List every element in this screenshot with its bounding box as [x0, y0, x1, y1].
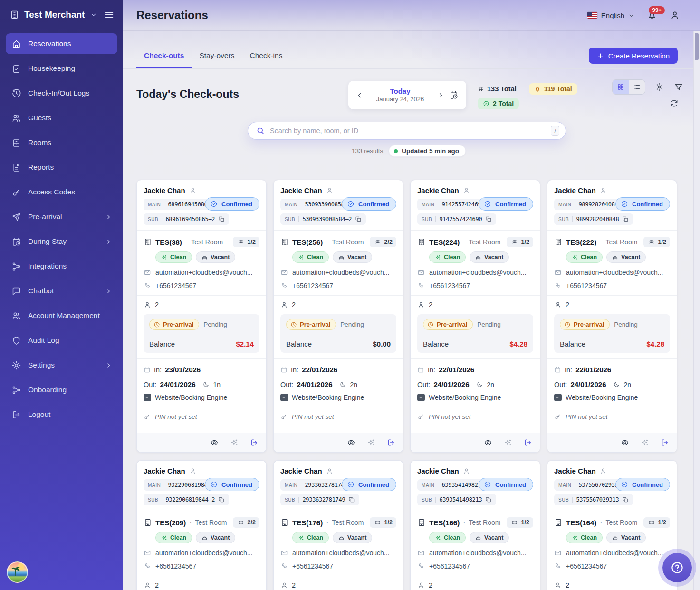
copy-icon[interactable]: [355, 216, 362, 222]
sidebar-item-guests[interactable]: Guests: [6, 107, 117, 128]
next-day-button[interactable]: [437, 92, 444, 99]
tab-bar: Check-outs Stay-overs Check-ins Create R…: [123, 31, 700, 69]
divider: [572, 216, 573, 222]
check-circle-icon: [484, 200, 491, 208]
tab-check-ins[interactable]: Check-ins: [242, 51, 290, 68]
bed-icon: [201, 535, 208, 541]
reservation-card[interactable]: Jackie Chan MAIN 9322906819844 Confirmed…: [136, 460, 267, 590]
sidebar-item-onboarding[interactable]: Onboarding: [6, 379, 117, 400]
divider: [438, 482, 438, 488]
view-details-icon[interactable]: [347, 438, 355, 447]
grid-view-button[interactable]: [613, 80, 629, 94]
check-out-action-icon[interactable]: [250, 438, 259, 447]
sidebar-item-settings[interactable]: Settings: [6, 355, 117, 376]
sparkles-icon[interactable]: [367, 438, 375, 447]
clean-status-pill: Clean: [566, 251, 603, 263]
previous-day-button[interactable]: [356, 92, 363, 99]
tab-check-outs[interactable]: Check-outs: [136, 51, 192, 68]
copy-icon[interactable]: [622, 216, 629, 222]
home-icon: [11, 39, 21, 49]
island-avatar[interactable]: [7, 561, 28, 583]
guest-phone: +6561234567: [155, 562, 196, 570]
filter-icon[interactable]: [674, 82, 683, 92]
date-display[interactable]: Today January 24, 2026: [363, 87, 437, 104]
view-details-icon[interactable]: [621, 438, 629, 447]
scrollbar-thumb[interactable]: [695, 33, 699, 60]
sidebar-item-access-codes[interactable]: Access Codes: [6, 182, 117, 203]
status-badge: Confirmed: [205, 197, 259, 211]
tab-stay-overs[interactable]: Stay-overs: [192, 51, 242, 68]
calendar-picker-icon[interactable]: [449, 90, 459, 100]
main-id-pill: MAIN 9322906819844: [144, 479, 215, 491]
view-details-icon[interactable]: [210, 438, 219, 447]
language-selector[interactable]: English: [587, 11, 634, 19]
copy-icon[interactable]: [622, 496, 629, 503]
search-input[interactable]: [270, 127, 546, 135]
copy-icon[interactable]: [218, 496, 225, 503]
bed-icon: [475, 254, 481, 261]
check-out-action-icon[interactable]: [661, 438, 669, 447]
divider: [149, 335, 254, 335]
sidebar-item-reservations[interactable]: Reservations: [6, 33, 117, 54]
merchant-switcher[interactable]: Test Merchant: [0, 0, 123, 27]
divider: [411, 295, 540, 296]
clock-icon: [153, 321, 160, 328]
refresh-icon[interactable]: [670, 99, 679, 108]
sidebar-item-rooms[interactable]: Rooms: [6, 132, 117, 153]
list-view-button[interactable]: [629, 80, 645, 94]
person-icon: [144, 301, 151, 309]
copy-icon[interactable]: [485, 216, 492, 222]
card-header: Jackie Chan MAIN 9322906819844 Confirmed…: [137, 461, 266, 511]
sparkles-icon[interactable]: [230, 438, 239, 447]
sidebar-item-reports[interactable]: Reports: [6, 157, 117, 178]
reservation-card[interactable]: Jackie Chan MAIN 6896169450865 Confirmed…: [136, 180, 267, 453]
card-header: Jackie Chan MAIN 9899282040848 Confirmed…: [547, 180, 677, 231]
settings-gear-icon[interactable]: [655, 82, 664, 92]
check-out-action-icon[interactable]: [387, 438, 395, 447]
main-reservation-id: 5309339008584: [305, 201, 347, 208]
sidebar-item-integrations[interactable]: Integrations: [6, 256, 117, 277]
help-button[interactable]: [662, 553, 692, 582]
sidebar-item-logout[interactable]: Logout: [6, 404, 117, 425]
reservation-card[interactable]: Jackie Chan MAIN 5309339008584 Confirmed…: [273, 180, 403, 453]
view-details-icon[interactable]: [484, 438, 492, 447]
sparkles-icon[interactable]: [641, 438, 649, 447]
status-badge: Confirmed: [205, 478, 259, 491]
copy-icon[interactable]: [485, 496, 492, 503]
clean-status-pill: Clean: [566, 532, 603, 543]
source-icon: [144, 394, 151, 401]
sidebar-item-audit-log[interactable]: Audit Log: [6, 330, 117, 351]
check-circle-icon: [347, 481, 355, 488]
copy-icon[interactable]: [218, 216, 225, 222]
notifications-button[interactable]: 99+: [647, 10, 657, 20]
status-badge: Confirmed: [479, 478, 533, 491]
sub-id-pill: SUB 9322906819844–2: [144, 494, 229, 505]
room-code: TES(166): [429, 519, 460, 527]
hamburger-menu-icon[interactable]: [104, 10, 115, 20]
copy-icon[interactable]: [348, 496, 355, 503]
sidebar-item-pre-arrival[interactable]: Pre-arrival: [6, 206, 117, 227]
vacant-status-pill: Vacant: [196, 532, 235, 543]
chevron-right-icon: [105, 239, 112, 245]
sparkles-icon[interactable]: [504, 438, 512, 447]
sidebar-item-during-stay[interactable]: During Stay: [6, 231, 117, 252]
sidebar-item-account-management[interactable]: Account Management: [6, 305, 117, 326]
reservation-card[interactable]: Jackie Chan MAIN 2933632781749 Confirmed…: [273, 460, 403, 590]
reservation-card[interactable]: Jackie Chan MAIN 9899282040848 Confirmed…: [547, 180, 677, 453]
divider: [423, 335, 527, 335]
reservation-card[interactable]: Jackie Chan MAIN 6393541498213 Confirmed…: [410, 460, 540, 590]
sidebar-item-housekeeping[interactable]: Housekeeping: [6, 58, 117, 79]
reservation-card[interactable]: Jackie Chan MAIN 5375567029313 Confirmed…: [547, 460, 677, 590]
main-reservation-id: 9899282040848: [578, 201, 621, 208]
sidebar-item-chatbot[interactable]: Chatbot: [6, 280, 117, 301]
user-menu-icon[interactable]: [670, 10, 680, 20]
create-reservation-button[interactable]: Create Reservation: [589, 48, 678, 64]
pin-status: PIN not yet set: [566, 413, 608, 420]
scrollbar[interactable]: [693, 31, 700, 590]
reservation-card[interactable]: Jackie Chan MAIN 9142557424690 Confirmed…: [410, 180, 540, 453]
key-icon: [11, 187, 21, 197]
sidebar-item-check-in-out-logs[interactable]: Check-In/Out Logs: [6, 83, 117, 104]
mail-icon: [280, 269, 288, 276]
divider: [301, 482, 301, 488]
check-out-action-icon[interactable]: [524, 438, 532, 447]
